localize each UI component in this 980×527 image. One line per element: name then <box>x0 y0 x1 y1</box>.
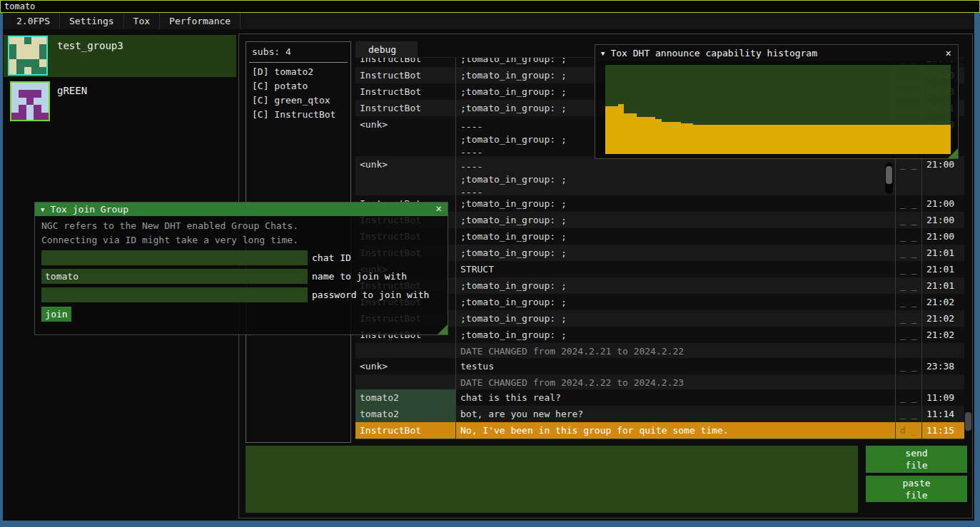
histogram-bar <box>762 125 769 154</box>
send-file-button[interactable]: send file <box>866 446 967 473</box>
histogram-bar <box>807 125 813 154</box>
message-timestamp: 21:01 <box>921 261 964 277</box>
dht-histogram-title-bar[interactable]: ▼ Tox DHT announce capability histogram <box>595 45 958 61</box>
histogram-bar <box>718 125 724 154</box>
histogram-bar <box>693 125 699 154</box>
histogram-bar <box>655 119 662 154</box>
message-timestamp: 21:00 <box>921 228 964 245</box>
resize-grip[interactable] <box>438 324 448 334</box>
sender-name: tomato2 <box>355 406 455 422</box>
menu-item-settings[interactable]: Settings <box>60 13 124 29</box>
message-timestamp: 21:00 <box>921 195 964 212</box>
message-flags: _ _ <box>895 310 921 327</box>
message-text: DATE CHANGED from 2024.2.22 to 2024.2.23 <box>455 374 895 389</box>
menu-item-tox[interactable]: Tox <box>124 13 160 29</box>
menu-bar: 2.0FPSSettingsToxPerformance <box>3 13 974 29</box>
message-timestamp: 11:15 <box>921 422 964 439</box>
chat-scrollbar[interactable] <box>965 412 971 431</box>
scrollbar-thumb[interactable] <box>886 166 892 184</box>
subs-list-item[interactable]: [C] potato <box>252 81 308 91</box>
histogram-bar <box>737 125 744 154</box>
ngc-description-line1: NGC refers to the New DHT enabled Group … <box>41 220 298 231</box>
sender-name: InstructBot <box>355 83 455 100</box>
chat-id-input[interactable] <box>41 250 308 265</box>
histogram-bar <box>706 125 712 154</box>
histogram-bar <box>919 125 926 154</box>
message-timestamp: 21:02 <box>921 310 964 327</box>
message-text: ;tomato_in_group: ; <box>455 294 895 310</box>
message-text: ;tomato_in_group: ; <box>455 310 895 327</box>
message-cell-scrollbar[interactable] <box>885 163 893 194</box>
histogram-bar <box>775 125 782 154</box>
sender-name: tomato2 <box>355 389 455 406</box>
paste-file-button[interactable]: paste file <box>866 476 967 502</box>
message-flags: _ _ <box>895 156 921 195</box>
chat-row: InstructBotNo, I've been in this group f… <box>355 422 964 439</box>
join-group-title: Tox join Group <box>50 204 128 215</box>
subs-list-item[interactable]: [C] green_qtox <box>252 95 330 106</box>
window-title-bar[interactable]: tomato <box>0 0 980 13</box>
join-name-input[interactable] <box>41 269 308 284</box>
group-label: gREEN <box>57 85 87 96</box>
message-flags <box>895 374 921 389</box>
sender-name: InstructBot <box>355 100 455 116</box>
collapse-arrow-icon[interactable]: ▼ <box>41 206 44 213</box>
message-text: ;tomato_in_group: ; <box>455 245 895 261</box>
histogram-bar <box>894 125 901 154</box>
histogram-bar <box>712 125 719 154</box>
join-button[interactable]: join <box>41 307 71 322</box>
join-group-dialog: ▼ Tox join Group ✕ NGC refers to the New… <box>34 202 448 335</box>
histogram-bar <box>812 125 819 154</box>
histogram-bar <box>769 125 775 154</box>
chat-row: tomato2bot, are you new here?_ _11:14 <box>355 406 964 422</box>
histogram-bar <box>882 125 888 154</box>
join-password-label: password to join with <box>312 290 429 300</box>
histogram-bar <box>643 117 650 155</box>
separator <box>249 62 348 63</box>
message-input[interactable] <box>246 446 858 513</box>
subs-list-item[interactable]: [C] InstructBot <box>252 109 335 120</box>
message-flags <box>895 343 921 358</box>
message-flags: _ _ <box>895 195 921 212</box>
message-timestamp: 11:14 <box>921 406 964 422</box>
message-text: ;tomato_in_group: ; <box>455 277 895 294</box>
sender-name: <unk> <box>355 116 455 156</box>
histogram-bar <box>724 125 731 154</box>
join-password-input[interactable] <box>41 287 308 302</box>
sender-name <box>355 374 455 389</box>
message-timestamp: 23:38 <box>921 358 964 374</box>
sidebar-group-gREEN[interactable]: gREEN <box>4 80 236 123</box>
close-icon[interactable]: ✕ <box>946 47 951 58</box>
message-timestamp: 21:02 <box>921 327 964 343</box>
histogram-bar <box>624 113 630 155</box>
message-flags: d _ <box>895 422 921 439</box>
histogram-bar <box>900 125 906 154</box>
message-timestamp: 21:00 <box>921 156 964 195</box>
window-border-bottom <box>0 521 980 527</box>
message-text: ;tomato_in_group: ; <box>455 195 895 212</box>
subs-list-item[interactable]: [D] tomato2 <box>252 66 313 77</box>
tab-debug[interactable]: debug <box>355 41 418 58</box>
message-text: DATE CHANGED from 2024.2.21 to 2024.2.22 <box>455 343 895 358</box>
histogram-bar <box>857 125 863 154</box>
histogram-bar <box>926 125 932 154</box>
sender-name: InstructBot <box>355 67 455 83</box>
histogram-bar <box>612 106 618 155</box>
histogram-bar <box>756 125 762 154</box>
sidebar-group-test_group3[interactable]: test_group3 <box>4 35 236 77</box>
histogram-bar <box>832 125 838 154</box>
subs-count-label: subs: 4 <box>252 46 291 57</box>
message-timestamp: 21:00 <box>921 212 964 228</box>
menu-item-2-0fps[interactable]: 2.0FPS <box>7 13 60 29</box>
join-group-title-bar[interactable]: ▼ Tox join Group <box>35 203 448 216</box>
message-flags: _ _ <box>895 406 921 422</box>
resize-grip[interactable] <box>948 148 958 158</box>
histogram-bar <box>687 123 693 154</box>
message-flags: _ _ <box>895 245 921 261</box>
close-icon[interactable]: ✕ <box>436 203 442 214</box>
histogram-bar <box>637 117 643 155</box>
message-flags: _ _ <box>895 294 921 310</box>
menu-item-performance[interactable]: Performance <box>160 13 241 29</box>
collapse-arrow-icon[interactable]: ▼ <box>601 50 605 57</box>
histogram-bar <box>825 125 832 154</box>
